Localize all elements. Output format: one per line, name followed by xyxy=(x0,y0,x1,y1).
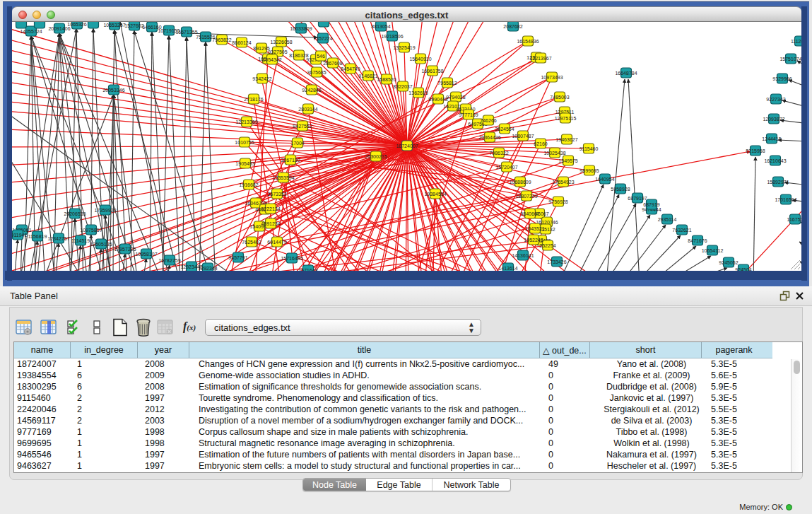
svg-text:3675685: 3675685 xyxy=(307,70,326,75)
svg-text:7955812: 7955812 xyxy=(437,81,457,86)
svg-text:9457791: 9457791 xyxy=(228,255,247,260)
svg-text:4891234: 4891234 xyxy=(261,221,280,226)
svg-text:19384554: 19384554 xyxy=(424,192,446,197)
svg-text:13325419: 13325419 xyxy=(393,45,415,50)
svg-text:2935114: 2935114 xyxy=(658,217,677,222)
svg-text:10653267: 10653267 xyxy=(103,23,125,28)
svg-text:1065326: 1065326 xyxy=(67,22,86,27)
svg-text:3673352: 3673352 xyxy=(267,192,286,197)
svg-text:2718176: 2718176 xyxy=(244,97,263,102)
svg-text:10688609: 10688609 xyxy=(509,180,531,185)
svg-text:3267130: 3267130 xyxy=(281,158,300,163)
svg-text:1733426: 1733426 xyxy=(547,259,566,264)
svg-text:9840667: 9840667 xyxy=(520,211,539,216)
svg-text:20364436: 20364436 xyxy=(478,135,500,140)
svg-text:17016504: 17016504 xyxy=(775,197,796,202)
svg-text:16210643: 16210643 xyxy=(764,158,786,163)
svg-text:13226058: 13226058 xyxy=(270,40,292,45)
svg-text:7625402: 7625402 xyxy=(242,240,261,245)
svg-text:19463627: 19463627 xyxy=(555,137,577,142)
svg-text:5958928: 5958928 xyxy=(611,187,630,192)
svg-text:15716485: 15716485 xyxy=(281,256,302,261)
svg-text:746266: 746266 xyxy=(480,118,496,123)
svg-text:8813054: 8813054 xyxy=(371,24,390,29)
svg-text:6879197: 6879197 xyxy=(628,196,647,201)
svg-text:1292344: 1292344 xyxy=(198,266,217,271)
svg-text:1905493: 1905493 xyxy=(235,161,254,166)
svg-text:6914479: 6914479 xyxy=(267,240,286,245)
svg-text:19218506: 19218506 xyxy=(381,34,403,39)
svg-text:16033809: 16033809 xyxy=(290,26,312,31)
svg-text:10025438: 10025438 xyxy=(543,151,565,156)
svg-text:12093872: 12093872 xyxy=(763,117,784,122)
svg-text:1244415: 1244415 xyxy=(762,136,781,141)
svg-text:16961758: 16961758 xyxy=(421,69,443,74)
svg-text:1571648: 1571648 xyxy=(298,268,317,271)
svg-text:7986322: 7986322 xyxy=(489,151,508,156)
svg-text:1043521: 1043521 xyxy=(525,226,544,231)
svg-text:10807487: 10807487 xyxy=(512,134,534,139)
svg-text:1010755: 1010755 xyxy=(235,140,254,145)
svg-text:1952243: 1952243 xyxy=(524,238,543,243)
svg-text:17004: 17004 xyxy=(290,141,305,146)
svg-text:8322037: 8322037 xyxy=(393,84,412,89)
svg-text:20091406: 20091406 xyxy=(48,26,70,31)
svg-text:15892971: 15892971 xyxy=(767,180,789,185)
svg-text:17654923: 17654923 xyxy=(552,180,574,185)
svg-text:12975115: 12975115 xyxy=(555,116,577,121)
svg-text:1413614: 1413614 xyxy=(498,266,517,271)
svg-text:924504: 924504 xyxy=(735,267,751,271)
svg-text:15751074: 15751074 xyxy=(779,57,801,62)
svg-text:9242848: 9242848 xyxy=(302,88,321,93)
svg-text:17359928: 17359928 xyxy=(94,208,116,213)
svg-text:1054342: 1054342 xyxy=(262,57,281,62)
svg-text:10975857: 10975857 xyxy=(80,228,102,233)
svg-text:891295: 891295 xyxy=(253,46,269,51)
svg-text:687919: 687919 xyxy=(643,202,659,207)
svg-text:9227343: 9227343 xyxy=(766,97,785,102)
svg-text:12342757: 12342757 xyxy=(47,236,69,241)
svg-text:546: 546 xyxy=(317,54,325,59)
svg-text:10958107: 10958107 xyxy=(135,252,157,257)
svg-text:8454749: 8454749 xyxy=(341,66,360,71)
svg-text:8660124: 8660124 xyxy=(232,40,251,45)
svg-text:9245052: 9245052 xyxy=(719,260,738,265)
svg-text:16671355: 16671355 xyxy=(175,30,197,35)
svg-text:1112674: 1112674 xyxy=(791,39,801,44)
svg-text:9899695: 9899695 xyxy=(579,168,599,173)
svg-text:1527602: 1527602 xyxy=(124,23,143,28)
svg-text:7632621: 7632621 xyxy=(672,228,691,233)
svg-text:20053346: 20053346 xyxy=(102,88,124,93)
svg-text:20206535: 20206535 xyxy=(64,211,86,216)
svg-text:8222134: 8222134 xyxy=(261,206,280,211)
svg-text:10973493: 10973493 xyxy=(541,75,563,80)
svg-text:2087682: 2087682 xyxy=(503,24,522,29)
svg-text:9756928: 9756928 xyxy=(548,199,567,204)
svg-text:9146821: 9146821 xyxy=(358,74,377,78)
svg-text:3911941: 3911941 xyxy=(12,233,27,238)
svg-text:1156819: 1156819 xyxy=(28,234,47,239)
svg-text:16648784: 16648784 xyxy=(615,71,637,76)
svg-text:12213369: 12213369 xyxy=(235,119,257,124)
svg-text:116753: 116753 xyxy=(787,217,801,222)
svg-text:2867608: 2867608 xyxy=(323,61,342,66)
svg-text:1916682: 1916682 xyxy=(239,182,258,187)
svg-text:12213967: 12213967 xyxy=(529,56,551,61)
svg-text:9342422: 9342422 xyxy=(252,76,271,81)
svg-text:17957225: 17957225 xyxy=(114,247,136,252)
svg-text:7963822: 7963822 xyxy=(212,37,231,42)
svg-text:1549575: 1549575 xyxy=(558,158,577,163)
svg-text:2803144: 2803144 xyxy=(298,107,317,112)
svg-text:252254: 252254 xyxy=(539,243,555,248)
svg-text:15720407: 15720407 xyxy=(495,165,517,170)
svg-text:10654112: 10654112 xyxy=(702,248,724,253)
svg-text:12505135: 12505135 xyxy=(90,242,112,247)
svg-text:1362615: 1362615 xyxy=(408,90,428,95)
svg-text:1588520: 1588520 xyxy=(377,77,396,82)
svg-text:9329966: 9329966 xyxy=(772,76,792,81)
svg-text:14055724: 14055724 xyxy=(20,29,42,34)
svg-text:16782759: 16782759 xyxy=(158,258,180,263)
svg-text:7485003: 7485003 xyxy=(550,95,569,100)
svg-text:1640954: 1640954 xyxy=(595,177,614,182)
svg-text:8215958: 8215958 xyxy=(746,148,765,153)
